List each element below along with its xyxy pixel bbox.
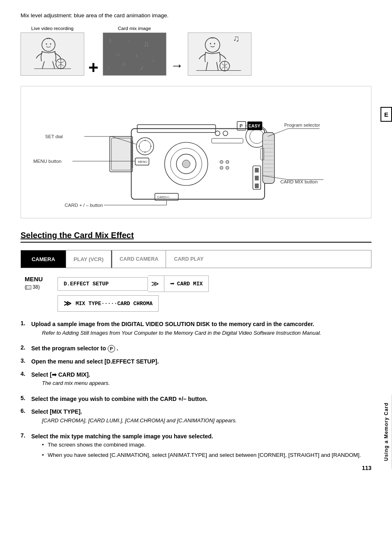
diagram-inner: MENU P EASY CARD+/- <box>33 95 359 210</box>
step-4-num: 4. <box>21 370 28 391</box>
double-arrow-mix: ≫ <box>64 299 71 308</box>
bullet-2: When you have selected [C.ANIMATION], se… <box>42 451 361 460</box>
svg-text:CARD+/-: CARD+/- <box>157 195 170 199</box>
step-6-num: 6. <box>21 408 28 428</box>
camera-diagram-svg: MENU P EASY CARD+/- <box>33 95 359 210</box>
step-7-text: Select the mix type matching the sample … <box>31 432 361 441</box>
arrow-container: → <box>166 42 188 72</box>
menu-step-row1: D.EFFECT SETUP ≫ ➡ CARD MIX <box>58 276 371 292</box>
step-1: 1. Upload a sample image from the Digita… <box>21 320 371 340</box>
result-svg: ♫ <box>188 32 251 76</box>
step-3-text: Open the menu and select [D.EFFECT SETUP… <box>31 357 159 366</box>
intro-text: Mix level adjustment: blue area of the c… <box>21 12 371 19</box>
tab-play-vcr[interactable]: PLAY (VCR) <box>66 250 111 268</box>
step-4: 4. Select [➡ CARD MIX]. The card mix men… <box>21 370 371 391</box>
svg-point-53 <box>215 131 220 135</box>
result-image: ♫ <box>188 32 251 76</box>
svg-text:CARD MIX button: CARD MIX button <box>280 179 318 184</box>
menu-row-wrapper: MENU (□ 38) D.EFFECT SETUP ≫ ➡ CARD MIX <box>25 276 371 312</box>
svg-point-42 <box>250 130 264 144</box>
section-heading: Selecting the Card Mix Effect <box>21 231 371 243</box>
svg-point-2 <box>50 43 51 44</box>
step-6-subtext: [CARD CHROMA], [CARD LUMI.], [CAM.CHROMA… <box>42 417 237 425</box>
step-box-deffect: D.EFFECT SETUP <box>58 277 148 291</box>
step-2: 2. Set the program selector to P . <box>21 344 371 353</box>
live-video-col: Live video recording <box>21 26 84 76</box>
menu-content-col: D.EFFECT SETUP ≫ ➡ CARD MIX ≫ MIX TYPE··… <box>58 276 371 312</box>
svg-text:♫: ♫ <box>233 33 239 44</box>
result-col: ♫ <box>188 26 251 76</box>
svg-rect-24 <box>131 129 265 199</box>
svg-point-56 <box>220 160 223 164</box>
double-arrow-right: ≫ <box>151 279 159 288</box>
plus-container: + <box>84 42 103 76</box>
step-6-text: Select [MIX TYPE]. <box>31 408 237 417</box>
svg-point-20 <box>214 43 215 44</box>
step-1-num: 1. <box>21 320 28 340</box>
svg-point-1 <box>46 43 47 44</box>
svg-text:MENU button: MENU button <box>33 159 62 164</box>
step-result-cardmix: ➡ CARD MIX <box>164 276 209 292</box>
side-tab-e: E <box>380 107 392 122</box>
baby-image <box>21 32 84 76</box>
svg-text:♬: ♬ <box>107 66 110 70</box>
plus-sign: + <box>88 59 99 76</box>
menu-label-col: MENU (□ 38) <box>25 276 49 290</box>
step-box-mixtype: ≫ MIX TYPE·····CARD CHROMA <box>58 295 159 312</box>
numbered-steps: 1. Upload a sample image from the Digita… <box>21 320 371 463</box>
svg-point-59 <box>226 166 229 169</box>
step-1-subtext: Refer to Adding Still Images from Your C… <box>42 329 321 337</box>
arrow-to-card: ➡ <box>170 279 175 288</box>
svg-rect-50 <box>255 183 259 188</box>
svg-text:P: P <box>240 123 243 128</box>
svg-text:♫: ♫ <box>121 60 126 67</box>
svg-rect-49 <box>255 176 259 180</box>
svg-text:CARD + / – button: CARD + / – button <box>65 203 103 208</box>
baby-svg <box>30 36 75 73</box>
side-tab-e-label: E <box>384 111 388 118</box>
tab-camera[interactable]: CAMERA <box>21 250 66 268</box>
mode-tabs: CAMERA PLAY (VCR) CARD CAMERA CARD PLAY <box>21 250 371 268</box>
step-3: 3. Open the menu and select [D.EFFECT SE… <box>21 357 371 366</box>
svg-rect-48 <box>255 168 259 172</box>
svg-point-34 <box>139 140 151 152</box>
result-label <box>219 26 220 31</box>
svg-text:SET dial: SET dial <box>45 134 63 139</box>
menu-step-row2: ≫ MIX TYPE·····CARD CHROMA <box>58 295 371 312</box>
side-tab-memory: Using a Memory Card <box>380 395 392 469</box>
svg-point-57 <box>226 160 229 164</box>
svg-point-58 <box>220 166 223 169</box>
svg-point-54 <box>223 131 228 135</box>
step-4-text: Select [➡ CARD MIX]. <box>31 370 110 380</box>
svg-text:MENU: MENU <box>138 160 147 164</box>
svg-rect-55 <box>212 139 243 143</box>
arrow-sign: → <box>171 59 184 72</box>
page-number: 113 <box>362 465 371 471</box>
card-mix-col: Card mix image ♪ ♩ ♫ ♬ ♪ ♩ ♫ ♬ ♪ <box>103 26 166 76</box>
menu-ref: (□ 38) <box>25 284 49 290</box>
step-1-text: Upload a sample image from the Digital V… <box>31 320 321 329</box>
card-mix-image: ♪ ♩ ♫ ♬ ♪ ♩ ♫ ♬ ♪ <box>103 32 166 76</box>
bullet-1: The screen shows the combined image. <box>42 441 361 449</box>
svg-text:Program selector: Program selector <box>284 123 320 127</box>
image-row: Live video recording <box>21 26 371 76</box>
step-6: 6. Select [MIX TYPE]. [CARD CHROMA], [CA… <box>21 408 371 428</box>
svg-point-0 <box>42 38 55 51</box>
svg-rect-30 <box>111 138 131 170</box>
step-5-text: Select the image you wish to combine wit… <box>31 395 208 404</box>
step-3-num: 3. <box>21 357 28 366</box>
step-arrow-box: ≫ <box>148 276 164 292</box>
svg-point-19 <box>210 43 211 44</box>
tab-card-camera[interactable]: CARD CAMERA <box>112 250 166 268</box>
tab-card-play[interactable]: CARD PLAY <box>166 250 211 268</box>
step-7-bullets: The screen shows the combined image. Whe… <box>42 441 361 460</box>
step-5: 5. Select the image you wish to combine … <box>21 395 371 404</box>
card-mix-label: Card mix image <box>118 26 151 31</box>
menu-label: MENU <box>25 276 49 282</box>
card-mix-svg: ♪ ♩ ♫ ♬ ♪ ♩ ♫ ♬ ♪ <box>103 32 166 76</box>
step-5-num: 5. <box>21 395 28 404</box>
step-2-num: 2. <box>21 344 28 353</box>
step-2-text: Set the program selector to P . <box>31 344 118 353</box>
live-video-label: Live video recording <box>31 26 74 31</box>
step-4-subtext: The card mix menu appears. <box>42 379 110 387</box>
